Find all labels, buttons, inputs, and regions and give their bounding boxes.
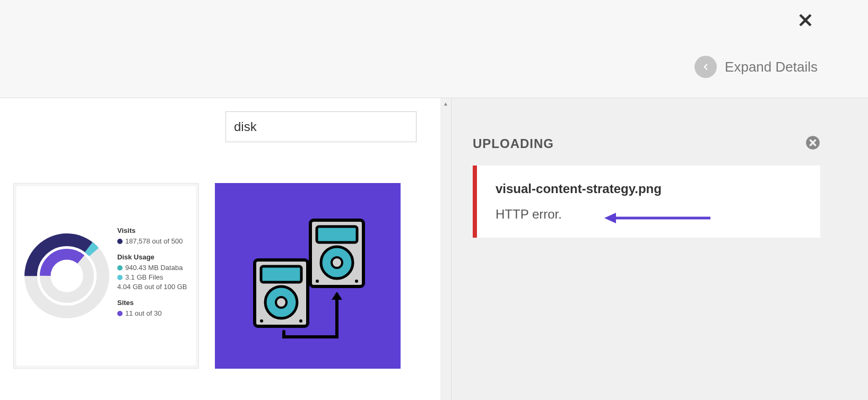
svg-rect-12 [261, 266, 301, 282]
media-grid: Visits 187,578 out of 500 Disk Usage 940… [11, 183, 430, 369]
upload-header: UPLOADING [473, 135, 820, 152]
upload-filename: visual-content-strategy.png [496, 181, 802, 196]
expand-details-button[interactable]: Expand Details [695, 56, 818, 78]
disk-usage-label: Disk Usage [117, 253, 190, 261]
sites-stat: 11 out of 30 [125, 309, 162, 317]
svg-point-10 [355, 280, 358, 283]
media-library-panel: Visits 187,578 out of 500 Disk Usage 940… [0, 98, 440, 400]
modal-header: Expand Details [0, 0, 868, 98]
svg-point-15 [260, 319, 263, 323]
scrollbar[interactable]: ▲ [440, 98, 451, 400]
chevron-left-icon [695, 56, 717, 78]
upload-error-card: visual-content-strategy.png HTTP error. [473, 166, 820, 238]
svg-point-14 [276, 297, 287, 308]
donut-chart-icon [22, 231, 112, 321]
annotation-arrow-icon [604, 210, 710, 226]
expand-details-label: Expand Details [725, 59, 818, 75]
visits-stat: 187,578 out of 500 [125, 237, 183, 245]
disk-drives-icon [241, 210, 374, 342]
close-icon [796, 11, 815, 30]
svg-point-9 [316, 280, 319, 283]
dashboard-thumbnail: Visits 187,578 out of 500 Disk Usage 940… [16, 186, 196, 366]
scrollbar-up-icon: ▲ [440, 98, 451, 109]
sites-label: Sites [117, 299, 190, 307]
visits-label: Visits [117, 227, 190, 234]
close-button[interactable] [796, 11, 815, 34]
uploading-title: UPLOADING [473, 136, 554, 151]
disk-usage-files: 3.1 GB Files [125, 273, 163, 281]
dashboard-stats: Visits 187,578 out of 500 Disk Usage 940… [112, 227, 190, 325]
svg-point-8 [332, 257, 342, 268]
main-content: Visits 187,578 out of 500 Disk Usage 940… [0, 98, 868, 400]
svg-point-16 [299, 319, 302, 323]
media-item-dashboard[interactable]: Visits 187,578 out of 500 Disk Usage 940… [13, 183, 199, 369]
dismiss-icon [805, 135, 820, 150]
disk-usage-database: 940.43 MB Databa [125, 264, 183, 272]
disk-usage-total: 4.04 GB out of 100 GB [117, 283, 190, 291]
dismiss-upload-button[interactable] [805, 135, 820, 152]
upload-panel: UPLOADING visual-content-strategy.png HT… [451, 98, 868, 400]
svg-rect-6 [317, 227, 357, 242]
media-item-disk-icon[interactable] [215, 183, 401, 369]
search-input[interactable] [225, 111, 416, 142]
